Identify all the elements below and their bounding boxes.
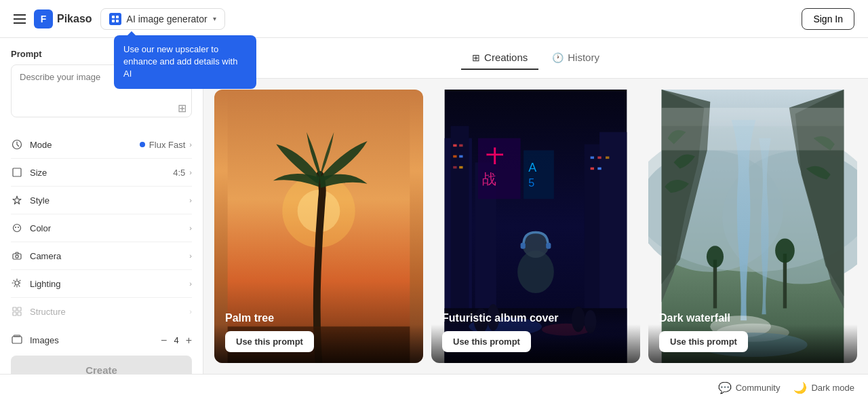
color-setting[interactable]: Color › bbox=[11, 214, 192, 242]
waterfall-use-prompt-button[interactable]: Use this prompt bbox=[659, 331, 748, 352]
tab-history[interactable]: 🕐 History bbox=[541, 46, 610, 70]
structure-setting: Structure › bbox=[11, 298, 192, 325]
community-icon: 💬 bbox=[718, 381, 732, 394]
svg-rect-51 bbox=[521, 243, 526, 249]
svg-rect-0 bbox=[112, 16, 115, 18]
create-button[interactable]: Create bbox=[11, 356, 192, 374]
svg-rect-52 bbox=[546, 243, 551, 249]
svg-rect-43 bbox=[591, 168, 594, 170]
svg-text:十: 十 bbox=[486, 147, 504, 166]
tabs-bar: ⊞ Creations 🕐 History bbox=[203, 38, 868, 79]
svg-text:5: 5 bbox=[528, 176, 534, 189]
svg-rect-30 bbox=[453, 166, 456, 169]
tab-creations-label: Creations bbox=[484, 52, 528, 63]
upscaler-tooltip: Use our new upscaler to enhance and add … bbox=[114, 35, 256, 89]
svg-rect-17 bbox=[14, 335, 20, 337]
svg-rect-12 bbox=[13, 307, 16, 311]
svg-rect-3 bbox=[116, 20, 119, 22]
dark-mode-icon: 🌙 bbox=[793, 381, 807, 394]
svg-rect-13 bbox=[18, 307, 21, 311]
generator-icon bbox=[109, 13, 121, 25]
size-value: 4:5 bbox=[173, 168, 185, 178]
svg-rect-29 bbox=[459, 155, 462, 158]
camera-setting[interactable]: Camera › bbox=[11, 242, 192, 270]
svg-point-66 bbox=[775, 238, 795, 263]
logo-icon: F bbox=[34, 9, 53, 28]
style-setting[interactable]: Style › bbox=[11, 187, 192, 214]
gallery-card-palm[interactable]: Palm tree Use this prompt bbox=[214, 90, 423, 363]
mode-value: Flux Fast bbox=[149, 140, 185, 150]
size-chevron: › bbox=[189, 168, 192, 176]
svg-rect-69 bbox=[662, 108, 844, 126]
images-minus-button[interactable]: − bbox=[161, 335, 167, 347]
images-plus-button[interactable]: + bbox=[186, 335, 192, 347]
camera-icon bbox=[11, 250, 23, 262]
images-count: 4 bbox=[174, 335, 178, 345]
gallery-card-city[interactable]: 十 战 A 5 bbox=[431, 90, 640, 363]
palm-card-overlay: Palm tree Use this prompt bbox=[214, 299, 423, 363]
images-row: Images − 4 + bbox=[11, 325, 192, 347]
gallery-card-waterfall[interactable]: Dark waterfall Use this prompt bbox=[648, 90, 857, 363]
svg-point-6 bbox=[14, 225, 21, 232]
palm-card-title: Palm tree bbox=[225, 312, 412, 324]
mode-chevron: › bbox=[189, 140, 192, 149]
structure-icon bbox=[11, 305, 23, 318]
style-icon bbox=[11, 194, 23, 206]
flux-dot bbox=[140, 142, 145, 147]
mode-label: Mode bbox=[30, 140, 52, 150]
dark-mode-toggle[interactable]: 🌙 Dark mode bbox=[793, 381, 854, 394]
waterfall-card-overlay: Dark waterfall Use this prompt bbox=[648, 299, 857, 363]
tab-history-label: History bbox=[568, 52, 599, 63]
svg-rect-16 bbox=[12, 337, 22, 343]
palm-use-prompt-button[interactable]: Use this prompt bbox=[225, 331, 314, 352]
svg-rect-5 bbox=[13, 168, 21, 176]
images-label-text: Images bbox=[30, 335, 59, 345]
color-chevron: › bbox=[189, 224, 192, 232]
sign-in-button[interactable]: Sign In bbox=[802, 8, 854, 30]
community-link[interactable]: 💬 Community bbox=[718, 381, 781, 394]
svg-rect-42 bbox=[606, 157, 609, 159]
header-left: F Pikaso AI image generator ▾ bbox=[14, 8, 225, 30]
image-upload-icon[interactable]: ⊞ bbox=[178, 102, 186, 115]
size-label: Size bbox=[30, 168, 47, 178]
lighting-setting[interactable]: Lighting › bbox=[11, 270, 192, 298]
community-label: Community bbox=[736, 383, 781, 393]
generator-dropdown[interactable]: AI image generator ▾ bbox=[100, 8, 225, 30]
city-card-title: Futuristic album cover bbox=[442, 312, 629, 324]
svg-rect-1 bbox=[116, 16, 119, 18]
svg-point-11 bbox=[15, 281, 19, 285]
svg-rect-26 bbox=[453, 145, 456, 147]
camera-chevron: › bbox=[189, 252, 192, 260]
svg-rect-35 bbox=[524, 151, 554, 199]
svg-point-64 bbox=[707, 246, 724, 267]
lighting-label: Lighting bbox=[30, 279, 61, 289]
svg-rect-28 bbox=[453, 155, 456, 158]
camera-label: Camera bbox=[30, 251, 61, 261]
hamburger-menu[interactable] bbox=[14, 14, 26, 24]
gallery: Palm tree Use this prompt bbox=[203, 79, 868, 374]
tab-creations[interactable]: ⊞ Creations bbox=[461, 46, 538, 70]
city-use-prompt-button[interactable]: Use this prompt bbox=[442, 331, 531, 352]
mode-setting[interactable]: Mode Flux Fast › bbox=[11, 131, 192, 159]
size-setting[interactable]: Size 4:5 › bbox=[11, 159, 192, 187]
svg-text:战: 战 bbox=[482, 171, 496, 187]
svg-point-8 bbox=[18, 227, 19, 228]
svg-text:A: A bbox=[528, 161, 536, 174]
dark-mode-label: Dark mode bbox=[811, 383, 854, 393]
images-stack-icon bbox=[11, 333, 23, 347]
svg-rect-15 bbox=[18, 312, 21, 316]
creations-grid-icon: ⊞ bbox=[472, 52, 480, 63]
header: F Pikaso AI image generator ▾ Sign In Us… bbox=[0, 0, 868, 38]
style-chevron: › bbox=[189, 196, 192, 204]
svg-rect-40 bbox=[591, 157, 594, 159]
svg-rect-41 bbox=[597, 157, 601, 159]
mode-icon bbox=[11, 138, 23, 151]
svg-rect-27 bbox=[459, 145, 462, 147]
svg-rect-14 bbox=[13, 312, 16, 316]
svg-point-7 bbox=[15, 227, 16, 228]
structure-label: Structure bbox=[30, 307, 66, 317]
content-area: ⊞ Creations 🕐 History bbox=[203, 38, 868, 374]
size-icon bbox=[11, 166, 23, 178]
logo: F Pikaso bbox=[34, 9, 92, 28]
lighting-chevron: › bbox=[189, 280, 192, 288]
